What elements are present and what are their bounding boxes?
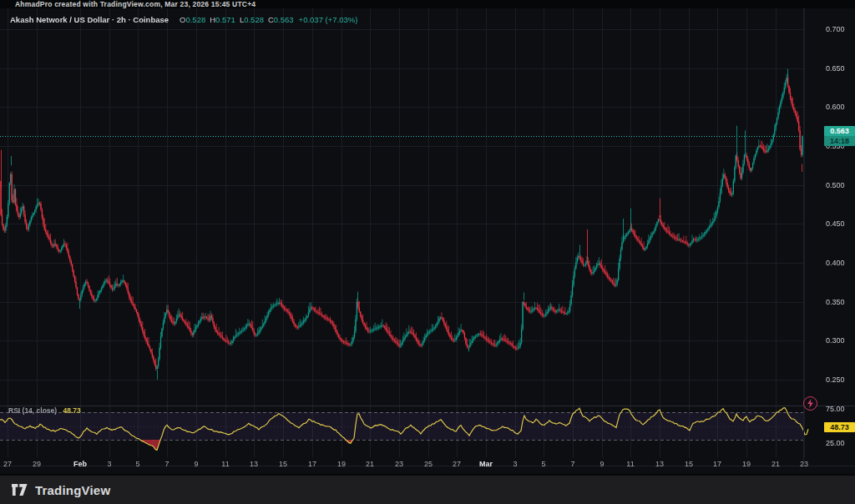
time-axis-label: 13	[241, 460, 266, 468]
price-axis-label: 0.700	[826, 25, 845, 33]
time-axis-label: 17	[300, 460, 325, 468]
time-axis-label: 11	[618, 460, 643, 468]
time-axis-label: 27	[0, 460, 20, 468]
time-axis-label: 23	[792, 460, 817, 468]
time-axis-label: 7	[560, 460, 585, 468]
time-axis-label: 15	[271, 460, 296, 468]
time-axis-label: 3	[97, 460, 122, 468]
time-axis-label: 17	[705, 460, 730, 468]
time-axis-label: 11	[213, 460, 238, 468]
tradingview-chart-window: AhmadPro created with TradingView.com, M…	[0, 0, 855, 504]
price-axis-label: 0.350	[826, 298, 845, 306]
rsi-axis-label: 75.00	[826, 405, 845, 413]
time-axis-label: 21	[763, 460, 788, 468]
chart-area[interactable]: Akash Network / US Dollar · 2h · Coinbas…	[0, 8, 855, 474]
time-axis-label: 13	[647, 460, 672, 468]
quick-action-button[interactable]	[803, 396, 817, 411]
rsi-current-value: 48.73	[63, 406, 81, 415]
open-value: 0.528	[185, 15, 205, 24]
bar-countdown: 14:18	[824, 136, 855, 146]
chart-canvas[interactable]	[0, 8, 855, 474]
time-axis-label: Mar	[473, 460, 498, 468]
rsi-axis-label: 25.00	[826, 439, 845, 447]
time-axis-label: Feb	[68, 460, 93, 468]
lightning-icon	[807, 399, 814, 408]
change-value: +0.037 (+7.03%)	[299, 15, 358, 24]
time-axis-label: 9	[589, 460, 615, 468]
time-axis-label: 27	[444, 460, 469, 468]
pane-separator[interactable]	[0, 406, 855, 406]
time-axis-label: 9	[184, 460, 209, 468]
current-price-value: 0.563	[824, 126, 855, 136]
time-axis-label: 23	[387, 460, 412, 468]
rsi-params: (14, close)	[23, 406, 58, 415]
attribution-label: AhmadPro created with TradingView.com, M…	[15, 0, 255, 8]
time-axis-label: 19	[329, 460, 354, 468]
attribution-text: AhmadPro created with TradingView.com, M…	[0, 0, 855, 8]
current-price-label: 0.563 14:18	[824, 126, 855, 146]
rsi-legend: RSI (14, close) 48.73	[8, 406, 81, 415]
time-axis-label: 5	[125, 460, 150, 468]
time-axis-label: 15	[676, 460, 701, 468]
time-axis-label: 25	[416, 460, 441, 468]
price-axis-label: 0.500	[826, 181, 845, 189]
time-axis-label: 7	[154, 460, 180, 468]
price-axis-label: 0.400	[826, 259, 845, 267]
price-axis-label: 0.450	[826, 219, 845, 228]
tradingview-logo-text[interactable]: TradingView	[35, 483, 110, 497]
time-axis-label: 19	[734, 460, 759, 468]
price-axis-label: 0.600	[826, 103, 845, 111]
footer-bar: TradingView	[0, 476, 855, 504]
time-axis-label: 29	[24, 460, 49, 468]
price-axis-label: 0.650	[826, 64, 845, 73]
tradingview-logo-icon[interactable]	[12, 484, 29, 496]
time-axis-label: 21	[357, 460, 382, 468]
symbol-title[interactable]: Akash Network / US Dollar · 2h · Coinbas…	[10, 15, 169, 24]
symbol-legend: Akash Network / US Dollar · 2h · Coinbas…	[10, 15, 357, 24]
close-label: C	[268, 15, 274, 24]
price-axis-label: 0.250	[826, 375, 845, 384]
time-axis-label: 3	[503, 460, 528, 468]
rsi-value-label: 48.73	[824, 422, 855, 432]
rsi-title[interactable]: RSI	[8, 406, 20, 415]
price-axis-border	[803, 8, 804, 466]
time-axis-label: 5	[531, 460, 556, 468]
close-value: 0.563	[274, 15, 294, 24]
price-axis-label: 0.300	[826, 336, 845, 345]
low-value: 0.528	[244, 15, 264, 24]
high-value: 0.571	[215, 15, 235, 24]
